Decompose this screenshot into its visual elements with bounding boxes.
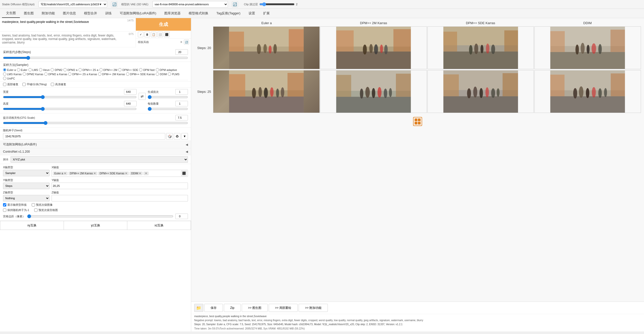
face-fix-check[interactable]: 面部修复 xyxy=(3,82,18,86)
steps-slider[interactable] xyxy=(3,56,188,60)
sampler-dpm2karras[interactable]: DPM2 Karras xyxy=(23,72,43,76)
img-2-3[interactable] xyxy=(427,70,534,113)
x-val-input[interactable]: Euler a ✕ DPM++ 2M Karras ✕ DPM++ SDE Ka… xyxy=(52,170,188,177)
lora-header[interactable]: 可选附加网络(LoRA插件) ◀ xyxy=(0,141,191,148)
xz-swap-btn[interactable]: xz互换 xyxy=(127,221,191,230)
batch-count-slider[interactable] xyxy=(148,95,188,99)
img-1-2[interactable] xyxy=(320,26,427,69)
batch-count-input[interactable] xyxy=(175,89,188,95)
tab-img2img[interactable]: 图生图 xyxy=(20,9,38,18)
tab-merge[interactable]: 模型合并 xyxy=(80,9,101,18)
batch-size-slider[interactable] xyxy=(148,107,188,111)
extras-btn[interactable]: >> 附加功能 xyxy=(299,304,328,312)
tab-tagger[interactable]: Tag反推(Tagger) xyxy=(212,9,244,18)
img-2-4[interactable] xyxy=(534,70,641,113)
sampler-dpmpp2mkarras[interactable]: DPM++ 2M Karras xyxy=(98,72,125,76)
tab-pnginfo[interactable]: 图片信息 xyxy=(59,9,80,18)
template-refresh-btn[interactable]: 🔄 xyxy=(184,39,189,45)
tab-settings[interactable]: 设置 xyxy=(245,9,259,18)
positive-prompt-input[interactable] xyxy=(0,18,136,31)
sampler-dpmppsde[interactable]: DPM++ SDE xyxy=(118,68,138,71)
trash-btn[interactable]: 🗑 xyxy=(144,32,150,37)
width-input[interactable] xyxy=(124,89,137,95)
confirm-btn[interactable]: ✓ xyxy=(138,32,143,37)
cfg-slider[interactable] xyxy=(3,121,188,125)
tab-browser[interactable]: 图库浏览器 xyxy=(160,9,185,18)
img-1-4[interactable] xyxy=(534,26,641,69)
tab-extensions[interactable]: 扩展 xyxy=(259,9,274,18)
seed-extra-btn[interactable]: ▼ xyxy=(181,133,188,140)
img-2-1[interactable] xyxy=(213,70,320,113)
tiling-check[interactable]: 平铺/分块(Tiling) xyxy=(22,82,47,86)
tab-lora[interactable]: 可选附加网络(LoRA插件) xyxy=(116,9,160,18)
show-axis-check[interactable]: 显示轴类型和值 xyxy=(3,203,27,207)
sampler-heun[interactable]: Heun xyxy=(39,68,50,71)
sampler-lmskarras[interactable]: LMS Karras xyxy=(3,72,22,76)
y-type-select[interactable]: Steps xyxy=(3,183,50,189)
vae-select[interactable]: vae-ft-mse-840000-ema-pruned.safetensors xyxy=(152,1,228,8)
y-val-input[interactable] xyxy=(52,183,188,189)
tab-txt2img[interactable]: 文生图 xyxy=(2,9,20,18)
negative-prompt-input[interactable] xyxy=(0,32,136,46)
sampler-unipc[interactable]: UniPC xyxy=(3,77,15,80)
template-x[interactable]: ✕ xyxy=(180,40,182,44)
generate-button[interactable]: 生成 xyxy=(136,18,191,31)
img-1-1[interactable] xyxy=(213,26,320,69)
controlnet-header[interactable]: ControlNet v1.1.200 ◀ xyxy=(0,148,191,155)
model-select[interactable]: 写实/realisticVisionV20_v20.safetensors [c… xyxy=(38,1,107,8)
clip-slider[interactable] xyxy=(259,2,295,6)
sampler-euler[interactable]: Euler xyxy=(17,68,27,71)
batch-size-input[interactable] xyxy=(175,101,188,106)
img2img-btn[interactable]: >> 图生图 xyxy=(242,304,268,312)
x-shuffle-btn[interactable]: ⬛ xyxy=(181,171,187,176)
sampler-euler-a[interactable]: Euler a xyxy=(3,68,16,71)
tab-train[interactable]: 训练 xyxy=(101,9,116,18)
height-slider[interactable] xyxy=(3,107,137,111)
sampler-dpm2a[interactable]: DPM2 a xyxy=(63,68,77,71)
margin-slider[interactable] xyxy=(27,214,173,218)
margin-input[interactable] xyxy=(175,214,188,219)
preview-grid-check[interactable]: 预览次级宫格图 xyxy=(34,208,58,212)
img-1-3[interactable] xyxy=(427,26,534,69)
swap-dimensions-btn[interactable]: ⇄ xyxy=(139,93,146,100)
dark-btn[interactable]: ⬛ xyxy=(164,32,170,37)
hires-fix-check[interactable]: 高清修复 xyxy=(51,82,66,86)
save-btn[interactable]: 保存 xyxy=(204,304,223,312)
vae-refresh-btn[interactable]: 🔄 xyxy=(232,1,238,7)
steps-value[interactable] xyxy=(175,49,188,55)
img-2-2[interactable] xyxy=(320,70,427,113)
script-select[interactable]: X/Y/Z plot xyxy=(11,156,188,163)
zip-btn[interactable]: Zip xyxy=(224,304,241,312)
model-refresh-btn[interactable]: 🔄 xyxy=(111,1,117,7)
tab-convert[interactable]: 模型格式转换 xyxy=(185,9,212,18)
sampler-dpmfast[interactable]: DPM fast xyxy=(139,68,154,71)
preview-sub-check[interactable]: 预览次级图像 xyxy=(32,203,53,207)
z-type-select[interactable]: Nothing xyxy=(3,195,50,201)
sampler-dpmpp2m[interactable]: DPM++ 2M xyxy=(99,68,117,71)
sampler-ddim[interactable]: DDIM xyxy=(156,72,167,76)
x-type-select[interactable]: Sampler xyxy=(3,170,50,176)
seed-recycle-btn[interactable]: ♻ xyxy=(174,133,180,140)
z-val-input[interactable] xyxy=(52,195,188,201)
sampler-dpmpp2sakarras[interactable]: DPM++ 2S a Karras xyxy=(68,72,97,76)
sampler-dpm2[interactable]: DPM2 xyxy=(51,68,62,71)
sampler-lms[interactable]: LMS xyxy=(28,68,38,71)
seed-dice-btn[interactable]: 🎲 xyxy=(166,133,173,140)
cfg-input[interactable] xyxy=(175,115,188,120)
square-btn[interactable]: ⬜ xyxy=(157,32,163,37)
folder-btn[interactable]: 📁 xyxy=(194,304,203,312)
sampler-dpm2akarras[interactable]: DPM2 a Karras xyxy=(44,72,67,76)
sampler-plms[interactable]: PLMS xyxy=(168,72,179,76)
height-input[interactable] xyxy=(124,101,137,106)
seed-input[interactable] xyxy=(3,133,165,140)
sampler-dpmadaptive[interactable]: DPM adaptive xyxy=(156,68,177,71)
xy-swap-btn[interactable]: xy互换 xyxy=(0,221,64,230)
sampler-dpmpp2sa[interactable]: DPM++ 2S a xyxy=(78,68,98,71)
tab-extras[interactable]: 附加功能 xyxy=(38,9,59,18)
yz-swap-btn[interactable]: yz互换 xyxy=(64,221,127,230)
width-slider[interactable] xyxy=(3,95,137,99)
sampler-dpmppsdekarras[interactable]: DPM++ SDE Karras xyxy=(126,72,155,76)
keep-seed-check[interactable]: 保持随机种子为-1 xyxy=(3,208,29,212)
inpaint-btn[interactable]: >> 局部重绘 xyxy=(269,304,298,312)
copy-btn[interactable]: 📋 xyxy=(151,32,156,37)
